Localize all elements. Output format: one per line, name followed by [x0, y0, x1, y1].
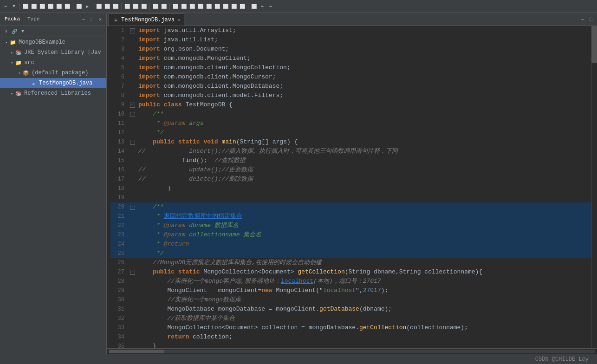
tree-item-mongodb-example[interactable]: 📁 MongoDBExample: [0, 37, 106, 47]
code-line-27: 27 − public static MongoCollection<Docum…: [110, 267, 591, 277]
arrow-default-package[interactable]: [17, 70, 22, 76]
code-line-14: 14 // insert();//插入数据。执行插入时，可将其他三句函数调用语句…: [110, 147, 591, 156]
toolbar-icon-15[interactable]: ⬜: [132, 3, 139, 10]
toolbar-icon-28[interactable]: ⬜: [250, 3, 258, 10]
horizontal-scrollbar[interactable]: [107, 348, 597, 354]
toolbar-icon-25[interactable]: ⬜: [222, 3, 229, 10]
toolbar-icon-13[interactable]: ⬜: [112, 3, 119, 10]
minimize-sidebar-icon[interactable]: —: [80, 16, 87, 23]
toolbar-icon-6[interactable]: ⬜: [47, 3, 54, 10]
toolbar-icon-26[interactable]: ⬜: [230, 3, 238, 10]
collapse-all-icon[interactable]: ⬇: [3, 28, 9, 35]
tab-type-hierarchy[interactable]: Type: [26, 15, 41, 23]
scrollbar-thumb[interactable]: [591, 26, 597, 63]
toolbar-icon-10[interactable]: ▶: [84, 3, 91, 10]
code-line-22: 22 * @param dbname 数据库名: [110, 221, 591, 230]
code-line-21: 21 * 返回指定数据库中的指定集合: [110, 212, 591, 221]
code-line-30: 30 //实例化一个mongo数据库: [110, 295, 591, 305]
code-line-24: 24 * @return: [110, 240, 591, 249]
h-scrollbar-thumb[interactable]: [109, 350, 164, 353]
sidebar-header-actions: — □ ✕: [80, 16, 104, 23]
tree-item-default-package[interactable]: 📦 (default package): [0, 68, 106, 78]
sidebar-tabs: Packa Type: [3, 15, 41, 23]
toolbar-icon-2[interactable]: ▼: [10, 3, 18, 10]
code-line-18: 18 }: [110, 184, 591, 193]
toolbar-sep-1: [19, 3, 20, 10]
toolbar-icon-8[interactable]: ⬜: [64, 3, 71, 10]
toolbar-icon-3[interactable]: ⬜: [22, 3, 29, 10]
toolbar-icon-19[interactable]: ⬜: [172, 3, 179, 10]
tree-item-referenced-libs[interactable]: 📚 Referenced Libraries: [0, 88, 106, 98]
code-line-26: 26 //MongoDB无需预定义数据库和集合,在使用的时候会自动创建: [110, 258, 591, 267]
maximize-sidebar-icon[interactable]: □: [89, 16, 95, 23]
arrow-mongodb-example[interactable]: [4, 39, 9, 45]
minimize-editor-icon[interactable]: —: [579, 16, 586, 23]
main-area: Packa Type — □ ✕ ⬇ 🔗 ▼ 📁 Mon: [0, 13, 597, 354]
code-line-13: 13 − public static void main(String[] ar…: [110, 137, 591, 147]
sidebar-menu-icon[interactable]: ▼: [19, 28, 26, 35]
toolbar-icon-4[interactable]: ⬜: [30, 3, 38, 10]
project-icon: 📁: [9, 39, 17, 46]
toolbar-icon-9[interactable]: ⬜: [75, 3, 83, 10]
code-line-11: 11 * @param args: [110, 119, 591, 128]
toolbar-sep-7: [248, 3, 248, 10]
toolbar-sep-6: [169, 3, 170, 10]
toolbar-icon-18[interactable]: ⬜: [160, 3, 168, 10]
toolbar-icon-23[interactable]: ⬜: [205, 3, 213, 10]
tree-item-src[interactable]: 📁 src: [0, 58, 106, 68]
toolbar-icon-12[interactable]: ⬜: [104, 3, 111, 10]
toolbar-icon-1[interactable]: ⬅: [2, 3, 9, 10]
code-line-19: 19: [110, 193, 591, 202]
arrow-src[interactable]: [9, 60, 15, 65]
code-line-25: 25 */: [110, 249, 591, 258]
arrow-referenced-libs[interactable]: [9, 91, 15, 96]
scrollbar-track: [109, 350, 595, 353]
toolbar-icon-24[interactable]: ⬜: [214, 3, 221, 10]
toolbar-sep-3: [93, 3, 93, 10]
toolbar-icon-30[interactable]: ➡: [267, 3, 274, 10]
sidebar-header: Packa Type — □ ✕: [0, 13, 106, 26]
src-icon: 📁: [15, 59, 22, 66]
editor-tab-testmongodb[interactable]: ☕ TestMongoDB.java ✕: [109, 13, 184, 26]
tab-java-icon: ☕: [113, 17, 118, 23]
code-line-4: 4 import com.mongodb.MongoClient;: [110, 54, 591, 63]
arrow-jre[interactable]: [9, 50, 15, 55]
toolbar-icon-17[interactable]: ⬜: [152, 3, 159, 10]
toolbar-icon-22[interactable]: ⬜: [197, 3, 204, 10]
toolbar-icon-14[interactable]: ⬜: [123, 3, 131, 10]
toolbar-icon-11[interactable]: ⬜: [95, 3, 103, 10]
editor-scrollbar[interactable]: [591, 26, 597, 348]
code-editor: 1 − import java.util.ArrayList; 2 import…: [107, 26, 597, 348]
toolbar-sep-4: [121, 3, 122, 10]
close-sidebar-icon[interactable]: ✕: [97, 16, 104, 23]
code-line-7: 7 import com.mongodb.client.MongoDatabas…: [110, 82, 591, 91]
tab-label: TestMongoDB.java: [121, 17, 175, 23]
editor-tabs: ☕ TestMongoDB.java ✕ — □: [107, 13, 597, 26]
toolbar-sep-5: [149, 3, 150, 10]
code-line-20: 20 − /**: [110, 202, 591, 212]
tab-package-explorer[interactable]: Packa: [3, 15, 22, 23]
sidebar: Packa Type — □ ✕ ⬇ 🔗 ▼ 📁 Mon: [0, 13, 107, 354]
code-content[interactable]: 1 − import java.util.ArrayList; 2 import…: [107, 26, 591, 348]
maximize-editor-icon[interactable]: □: [588, 16, 594, 23]
toolbar-icon-16[interactable]: ⬜: [140, 3, 148, 10]
link-editor-icon[interactable]: 🔗: [11, 28, 18, 35]
tree-label-testmongodb: TestMongoDB.java: [39, 80, 92, 86]
code-line-33: 33 MongoCollection<Document> collection …: [110, 323, 591, 332]
package-icon: 📦: [22, 69, 30, 77]
code-line-23: 23 * @param collectionname 集合名: [110, 230, 591, 240]
code-line-5: 5 import com.mongodb.client.MongoCollect…: [110, 63, 591, 72]
toolbar-icon-20[interactable]: ⬜: [180, 3, 188, 10]
toolbar-icon-29[interactable]: ⬅: [259, 3, 266, 10]
tab-close-button[interactable]: ✕: [177, 17, 180, 23]
toolbar-icon-27[interactable]: ⬜: [239, 3, 246, 10]
code-line-32: 32 //获取数据库中某个集合: [110, 314, 591, 323]
toolbar-icon-7[interactable]: ⬜: [55, 3, 63, 10]
main-toolbar: ⬅ ▼ ⬜ ⬜ ⬜ ⬜ ⬜ ⬜ ⬜ ▶ ⬜ ⬜ ⬜ ⬜ ⬜ ⬜ ⬜ ⬜ ⬜ ⬜ …: [0, 0, 597, 13]
tree-item-testmongodb[interactable]: ☕ TestMongoDB.java: [0, 78, 106, 88]
code-line-34: 34 return collection;: [110, 332, 591, 342]
watermark: CSDN @CHILDE Ley: [535, 356, 589, 363]
toolbar-icon-5[interactable]: ⬜: [39, 3, 46, 10]
toolbar-icon-21[interactable]: ⬜: [188, 3, 196, 10]
tree-item-jre[interactable]: 📚 JRE System Library [Jav: [0, 47, 106, 58]
